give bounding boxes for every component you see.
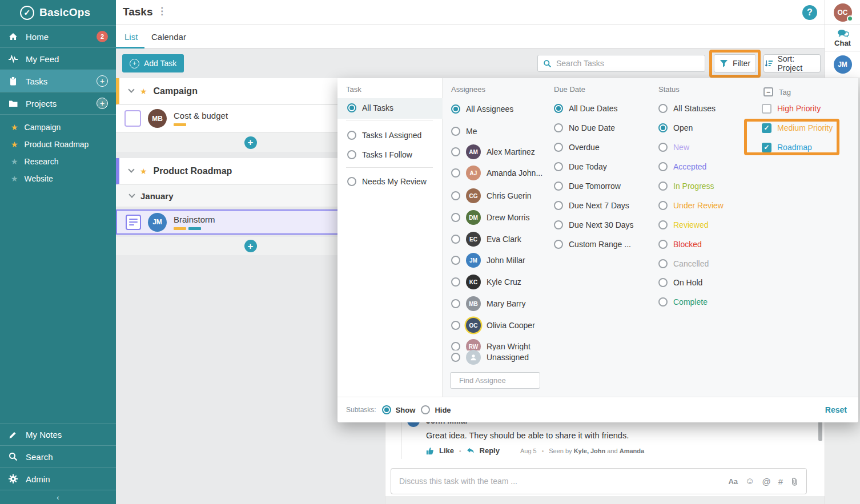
filter-option-needs-my-review[interactable]: Needs My Review xyxy=(347,174,427,189)
assignee-option-unassigned[interactable]: Unassigned xyxy=(451,350,529,365)
help-icon[interactable]: ? xyxy=(802,5,817,20)
filter-option-all-tasks[interactable]: All Tasks xyxy=(347,100,393,115)
dot-separator xyxy=(542,446,544,455)
paperclip-icon[interactable] xyxy=(790,477,798,486)
sidebar-item-admin[interactable]: Admin xyxy=(0,467,116,490)
status-option[interactable]: Complete xyxy=(658,295,708,309)
task-title: Cost & budget xyxy=(174,111,228,120)
status-option[interactable]: On Hold xyxy=(658,275,702,290)
task-detail-icon[interactable] xyxy=(126,215,141,230)
assignee-avatar-cell[interactable]: JM xyxy=(825,51,860,78)
divider xyxy=(346,167,433,168)
assignee-option[interactable]: OC Olivia Cooper xyxy=(451,318,535,333)
status-option[interactable]: All Statuses xyxy=(658,101,716,116)
like-thumb-icon xyxy=(426,447,434,455)
status-option[interactable]: Under Review xyxy=(658,198,724,213)
tab-calendar[interactable]: Calendar xyxy=(151,32,186,42)
due-option[interactable]: Overdue xyxy=(554,140,600,155)
find-assignee-input[interactable] xyxy=(459,376,560,385)
mention-icon[interactable]: @ xyxy=(762,477,770,486)
chevron-down-icon[interactable] xyxy=(128,166,134,172)
reply-button[interactable]: Reply xyxy=(480,446,500,455)
sidebar-project-product-roadmap[interactable]: ★ Product Roadmap xyxy=(0,136,116,153)
sidebar-collapse-button[interactable]: ‹ xyxy=(0,490,116,504)
status-option[interactable]: New xyxy=(658,140,689,155)
sidebar-item-home[interactable]: Home 2 xyxy=(0,25,116,47)
radio-icon xyxy=(658,143,668,152)
comment-text: Great idea. They should be able to share… xyxy=(426,431,629,440)
assignee-option[interactable]: CG Chris Guerin xyxy=(451,188,532,203)
assignee-option[interactable]: EC Eva Clark xyxy=(451,232,521,247)
due-option[interactable]: Due Next 7 Days xyxy=(554,198,629,213)
due-option[interactable]: No Due Date xyxy=(554,120,615,135)
sort-button[interactable]: Sort: Project xyxy=(763,54,821,72)
filter-option-tasks-i-follow[interactable]: Tasks I Follow xyxy=(347,147,412,162)
status-option[interactable]: Accepted xyxy=(658,159,706,174)
tag-option-roadmap[interactable]: Roadmap xyxy=(762,140,812,155)
sidebar-item-my-feed[interactable]: My Feed xyxy=(0,47,116,70)
due-option[interactable]: Due Today xyxy=(554,159,607,174)
chevron-down-icon[interactable] xyxy=(128,86,134,92)
comment-date: Aug 5 xyxy=(520,447,537,454)
tag-select-all[interactable]: Tag xyxy=(763,84,791,99)
subtasks-hide-option[interactable]: Hide xyxy=(421,405,451,414)
tab-list[interactable]: List xyxy=(124,32,138,42)
reply-arrow-icon xyxy=(467,447,475,454)
reset-button[interactable]: Reset xyxy=(825,405,847,414)
subtasks-show-option[interactable]: Show xyxy=(382,405,416,414)
sidebar-item-tasks[interactable]: Tasks xyxy=(0,70,116,92)
filter-option-tasks-i-assigned[interactable]: Tasks I Assigned xyxy=(347,128,421,143)
assignee-option-clipped[interactable]: RW Ryan Wright xyxy=(451,339,565,350)
task-checkbox[interactable] xyxy=(124,110,141,127)
app-logo[interactable]: BasicOps xyxy=(0,0,116,25)
assignee-option[interactable]: JM John Millar xyxy=(451,253,525,268)
due-option[interactable]: Due Tomorrow xyxy=(554,179,621,193)
text-format-icon[interactable]: Aa xyxy=(728,477,738,486)
sidebar-project-campaign[interactable]: ★ Campaign xyxy=(0,119,116,136)
user-avatar-cell[interactable]: OC xyxy=(825,0,860,25)
status-option[interactable]: Reviewed xyxy=(658,217,708,232)
online-status-dot xyxy=(847,15,853,22)
add-task-button[interactable]: Add Task xyxy=(122,54,184,72)
due-option[interactable]: All Due Dates xyxy=(554,101,618,116)
like-button[interactable]: Like xyxy=(439,446,454,455)
assignee-option-me[interactable]: Me xyxy=(451,124,477,139)
sidebar-item-my-notes[interactable]: My Notes xyxy=(0,423,116,445)
assignee-option[interactable]: AJ Amanda John... xyxy=(451,166,542,180)
sidebar-project-website[interactable]: ★ Website xyxy=(0,170,116,187)
comment-input[interactable] xyxy=(399,477,721,486)
more-options-icon[interactable] xyxy=(157,5,167,17)
subtasks-label: Subtasks: xyxy=(346,406,376,414)
status-option[interactable]: In Progress xyxy=(658,179,714,193)
assignee-option[interactable]: MB Mary Barry xyxy=(451,296,525,311)
status-option[interactable]: Open xyxy=(658,120,693,135)
project-label: Product Roadmap xyxy=(25,140,89,149)
status-option[interactable]: Cancelled xyxy=(658,256,709,271)
sidebar-project-research[interactable]: ★ Research xyxy=(0,153,116,170)
tag-option-high-priority[interactable]: High Priority xyxy=(762,101,821,116)
chat-button[interactable]: Chat xyxy=(825,25,860,51)
radio-icon xyxy=(554,104,563,113)
radio-icon xyxy=(451,104,460,114)
add-project-icon[interactable] xyxy=(97,98,108,109)
status-option[interactable]: Blocked xyxy=(658,237,702,252)
sidebar-item-search[interactable]: Search xyxy=(0,445,116,467)
assignee-option[interactable]: AM Alex Martinez xyxy=(451,144,535,159)
add-task-plus-icon[interactable] xyxy=(244,136,257,149)
emoji-icon[interactable]: ☺ xyxy=(745,476,754,486)
avatar: JM xyxy=(466,253,481,268)
assignee-option[interactable]: DM Drew Morris xyxy=(451,210,529,225)
search-tasks-input[interactable] xyxy=(556,59,700,68)
assignee-option[interactable]: KC Kyle Cruz xyxy=(451,275,521,289)
tag-bar xyxy=(174,227,186,230)
assignee-option-all[interactable]: All Assignees xyxy=(451,102,513,116)
add-task-plus-icon[interactable] xyxy=(244,240,257,252)
tag-option-medium-priority[interactable]: Medium Priority xyxy=(762,120,833,135)
sidebar-item-projects[interactable]: Projects xyxy=(0,92,116,114)
hashtag-icon[interactable]: # xyxy=(778,477,783,486)
chevron-down-icon[interactable] xyxy=(128,191,135,197)
due-option[interactable]: Due Next 30 Days xyxy=(554,217,634,232)
add-task-icon[interactable] xyxy=(97,75,108,87)
tasks-icon xyxy=(8,76,18,86)
due-option[interactable]: Custom Range ... xyxy=(554,237,631,252)
